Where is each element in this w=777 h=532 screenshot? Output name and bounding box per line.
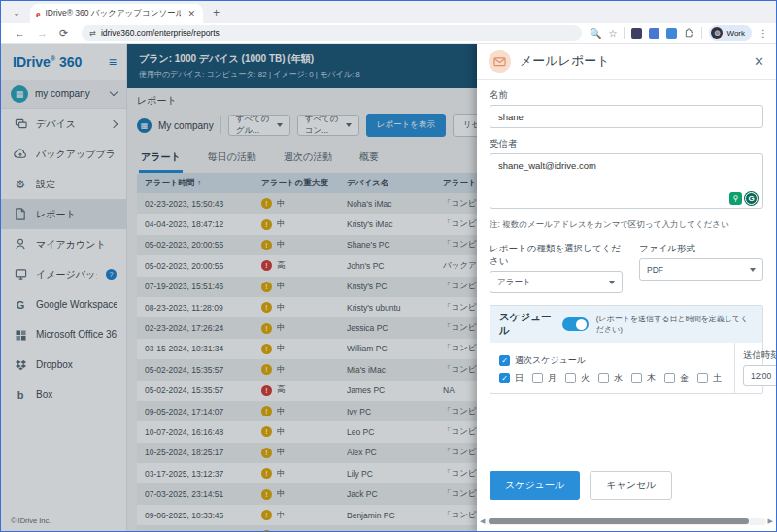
toolbar-right: 🔍 ☆ ◍ Work ⋮ xyxy=(590,25,768,41)
modal-actions: スケジュール キャンセル xyxy=(490,471,672,500)
toolbar-divider xyxy=(624,27,625,39)
toolbar-divider-2 xyxy=(701,27,702,39)
schedule-left: ✓ 週次スケジュール ✓日月火水木金土 xyxy=(490,343,734,393)
day-checkbox-6[interactable] xyxy=(697,373,708,383)
schedule-right: 送信時刻 12:00 xyxy=(734,343,776,393)
day-label: 日 xyxy=(515,372,524,384)
day-label: 金 xyxy=(680,372,689,384)
scroll-right-icon[interactable]: ▶ xyxy=(768,517,773,525)
send-time-label: 送信時刻 xyxy=(743,349,776,362)
profile-avatar: ◍ xyxy=(711,27,723,39)
type-format-row: レポートの種類を選択してください アラート ファイル形式 PDF xyxy=(490,243,763,293)
dropdown-arrow-icon xyxy=(750,268,756,272)
name-input[interactable] xyxy=(490,105,763,128)
modal-body: 名前 受信者 ⚲ G 注: 複数のメールアドレスをカンマで区切って入力してくださ… xyxy=(477,80,776,531)
email-report-modal: メールレポート ✕ 名前 受信者 ⚲ G 注: 複数のメールアドレスをカンマで区… xyxy=(477,44,776,531)
days-row: ✓日月火水木金土 xyxy=(499,372,726,384)
cancel-button[interactable]: キャンセル xyxy=(590,471,672,500)
report-type-dropdown[interactable]: アラート xyxy=(490,271,623,293)
profile-chip[interactable]: ◍ Work xyxy=(709,25,752,41)
tab-search-icon[interactable]: ⌄ xyxy=(9,5,24,20)
day-label: 土 xyxy=(713,372,722,384)
profile-name: Work xyxy=(726,29,745,38)
site-settings-icon[interactable]: ⇄ xyxy=(89,29,95,38)
weekly-schedule-row: ✓ 週次スケジュール xyxy=(499,354,726,367)
idrive-favicon-icon: e xyxy=(36,9,40,19)
url-bar[interactable]: ⇄ idrive360.com/enterprise/reports xyxy=(82,25,582,41)
schedule-title: スケジュール xyxy=(499,311,555,338)
scroll-left-icon[interactable]: ◀ xyxy=(480,517,485,525)
scrollbar-thumb[interactable] xyxy=(489,518,748,524)
page-area: IDrive® 360 ≡ ▦ my company デバイスバックアッププラン… xyxy=(1,44,776,531)
browser-window: ⌄ e IDrive® 360 バックアップコンソール ✕ + ← → ⟳ ⇄ … xyxy=(0,0,777,532)
tab-close-icon[interactable]: ✕ xyxy=(186,9,197,18)
day-checkbox-4[interactable] xyxy=(631,373,642,383)
grammarly-g-icon[interactable]: G xyxy=(745,192,758,205)
schedule-body: ✓ 週次スケジュール ✓日月火水木金土 送信時刻 12:00 xyxy=(490,343,762,393)
file-format-dropdown[interactable]: PDF xyxy=(639,258,763,281)
zoom-page-icon[interactable]: 🔍 xyxy=(590,28,601,39)
schedule-submit-button[interactable]: スケジュール xyxy=(490,471,580,500)
day-checkbox-5[interactable] xyxy=(664,373,675,383)
send-time-dropdown[interactable]: 12:00 xyxy=(743,365,776,386)
day-label: 火 xyxy=(581,372,590,384)
schedule-toggle[interactable] xyxy=(562,317,589,331)
close-icon[interactable]: ✕ xyxy=(754,54,764,69)
bookmark-star-icon[interactable]: ☆ xyxy=(609,28,618,39)
weekly-schedule-checkbox[interactable]: ✓ xyxy=(499,355,510,366)
horizontal-scrollbar[interactable]: ◀ ▶ xyxy=(480,517,773,525)
browser-tab-strip: ⌄ e IDrive® 360 バックアップコンソール ✕ + xyxy=(1,1,776,23)
recipients-note: 注: 複数のメールアドレスをカンマで区切って入力してください xyxy=(490,219,763,231)
back-icon[interactable]: ← xyxy=(15,27,25,39)
browser-tab[interactable]: e IDrive® 360 バックアップコンソール ✕ xyxy=(30,4,203,23)
extension-icon-2[interactable] xyxy=(649,28,659,39)
modal-header: メールレポート ✕ xyxy=(477,44,776,80)
extension-icon-3[interactable] xyxy=(666,28,677,39)
reload-icon[interactable]: ⟳ xyxy=(59,27,68,40)
grammarly-icons: ⚲ G xyxy=(729,192,758,205)
url-text: idrive360.com/enterprise/reports xyxy=(101,28,220,38)
name-label: 名前 xyxy=(490,89,763,102)
day-label: 木 xyxy=(647,372,656,384)
day-checkbox-3[interactable] xyxy=(598,373,609,383)
schedule-panel: スケジュール (レポートを送信する日と時間を定義してください) ✓ 週次スケジュ… xyxy=(490,305,763,394)
mail-icon xyxy=(489,50,511,73)
day-checkbox-0[interactable]: ✓ xyxy=(499,373,510,383)
suggestion-bulb-icon[interactable]: ⚲ xyxy=(729,192,742,205)
modal-title: メールレポート xyxy=(520,52,745,70)
weekly-schedule-label: 週次スケジュール xyxy=(515,354,586,367)
tab-title: IDrive® 360 バックアップコンソール xyxy=(45,8,181,19)
forward-icon[interactable]: → xyxy=(37,27,48,39)
report-type-label: レポートの種類を選択してください xyxy=(490,243,623,268)
file-format-label: ファイル形式 xyxy=(639,243,763,255)
day-label: 月 xyxy=(548,372,557,384)
browser-toolbar: ← → ⟳ ⇄ idrive360.com/enterprise/reports… xyxy=(1,23,776,44)
day-checkbox-2[interactable] xyxy=(565,373,576,383)
schedule-hint: (レポートを送信する日と時間を定義してください) xyxy=(596,314,754,335)
browser-menu-icon[interactable]: ⋮ xyxy=(759,28,768,39)
recipients-label: 受信者 xyxy=(490,138,763,150)
extension-icon-1[interactable] xyxy=(631,28,642,39)
day-checkbox-1[interactable] xyxy=(532,373,543,383)
extensions-puzzle-icon[interactable] xyxy=(684,27,694,40)
recipients-textarea[interactable] xyxy=(490,153,763,209)
schedule-header: スケジュール (レポートを送信する日と時間を定義してください) xyxy=(490,306,762,343)
scrollbar-track[interactable] xyxy=(487,518,765,525)
day-label: 水 xyxy=(614,372,623,384)
dropdown-arrow-icon xyxy=(609,281,615,284)
recipients-wrap: ⚲ G xyxy=(490,153,763,213)
new-tab-button[interactable]: + xyxy=(213,6,220,19)
